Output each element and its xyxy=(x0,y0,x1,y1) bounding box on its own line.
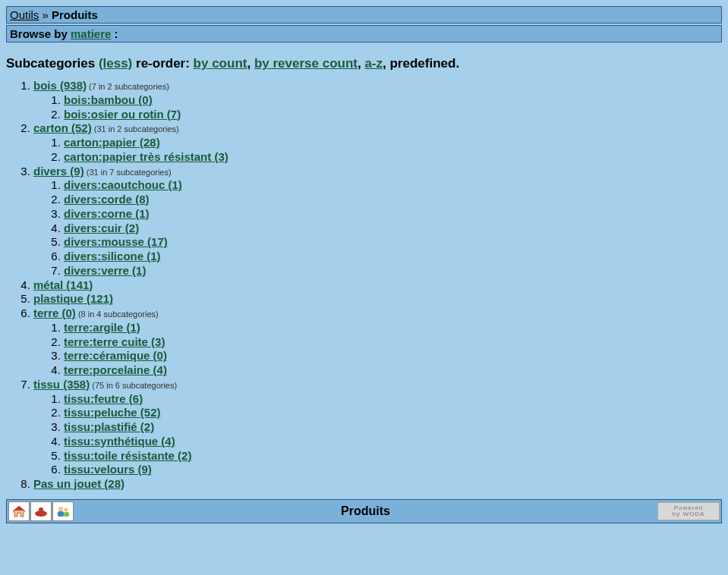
subcategory-link[interactable]: terre:céramique (0) xyxy=(64,349,167,362)
footer-title: Produits xyxy=(74,504,657,518)
subcat-label: Subcategories xyxy=(6,56,99,71)
subcategory-link[interactable]: tissu:velours (9) xyxy=(64,463,152,476)
category-link[interactable]: plastique (121) xyxy=(33,292,113,305)
reorder-by-reverse-count[interactable]: by reverse count xyxy=(254,56,358,71)
subcategory-item: bois:osier ou rotin (7) xyxy=(64,108,722,122)
powered-by-badge[interactable]: Powered by WODA xyxy=(657,502,720,520)
category-link[interactable]: divers (9) xyxy=(33,165,84,178)
category-item: carton (52) (31 in 2 subcategories)carto… xyxy=(33,121,722,164)
category-note: (31 in 7 subcategories) xyxy=(84,168,172,177)
subcategory-item: terre:argile (1) xyxy=(64,321,722,335)
categories-list: bois (938) (7 in 2 subcategories)bois:ba… xyxy=(6,79,722,492)
home-icon[interactable] xyxy=(8,501,30,521)
subcategory-link[interactable]: tissu:toile résistante (2) xyxy=(64,449,191,462)
subcategory-link[interactable]: tissu:feutre (6) xyxy=(64,392,143,405)
subcategory-link[interactable]: bois:bambou (0) xyxy=(64,93,153,106)
users-icon[interactable] xyxy=(52,501,74,521)
svg-point-4 xyxy=(58,507,63,511)
subcategory-item: tissu:velours (9) xyxy=(64,463,722,477)
browse-suffix: : xyxy=(111,27,118,40)
subcategories-list: tissu:feutre (6)tissu:peluche (52)tissu:… xyxy=(33,392,722,478)
subcategory-link[interactable]: terre:porcelaine (4) xyxy=(64,363,167,376)
category-item: terre (0) (8 in 4 subcategories)terre:ar… xyxy=(33,306,722,378)
breadcrumb-root-link[interactable]: Outils xyxy=(10,8,39,21)
svg-rect-3 xyxy=(39,507,43,512)
subcategory-link[interactable]: divers:caoutchouc (1) xyxy=(64,178,182,191)
category-note: (75 in 6 subcategories) xyxy=(90,381,177,390)
subcategory-link[interactable]: divers:corde (8) xyxy=(64,193,150,206)
subcategory-link[interactable]: tissu:plastifié (2) xyxy=(64,420,154,433)
category-item: plastique (121) xyxy=(33,292,722,306)
subcategory-item: carton:papier très résistant (3) xyxy=(64,150,722,165)
subcategory-link[interactable]: carton:papier très résistant (3) xyxy=(64,150,228,163)
subcategory-item: terre:céramique (0) xyxy=(64,349,722,363)
subcategories-list: divers:caoutchouc (1)divers:corde (8)div… xyxy=(33,178,722,278)
reorder-by-count[interactable]: by count xyxy=(194,56,247,71)
svg-point-6 xyxy=(65,507,68,511)
subcategories-list: carton:papier (28)carton:papier très rés… xyxy=(33,136,722,165)
subcategory-item: carton:papier (28) xyxy=(64,136,722,150)
category-link[interactable]: tissu (358) xyxy=(33,378,90,391)
subcategory-item: divers:verre (1) xyxy=(64,264,722,278)
subcategory-link[interactable]: divers:verre (1) xyxy=(64,264,146,277)
browse-prefix: Browse by xyxy=(10,27,71,40)
category-link[interactable]: Pas un jouet (28) xyxy=(33,477,124,490)
svg-rect-7 xyxy=(64,512,69,517)
subcategory-item: divers:cuir (2) xyxy=(64,222,722,236)
category-note: (8 in 4 subcategories) xyxy=(76,309,159,319)
reorder-az[interactable]: a-z xyxy=(364,56,383,71)
breadcrumb: Outils » Produits xyxy=(6,6,722,24)
subcategory-item: divers:silicone (1) xyxy=(64,250,722,264)
category-note: (31 in 2 subcategories) xyxy=(92,124,179,134)
subcategory-item: tissu:plastifié (2) xyxy=(64,420,722,435)
subcategory-item: divers:corde (8) xyxy=(64,193,722,207)
subcategory-item: divers:mousse (17) xyxy=(64,235,722,250)
reorder-predefined: , predefined. xyxy=(383,56,459,71)
subcategories-list: bois:bambou (0)bois:osier ou rotin (7) xyxy=(33,93,722,122)
category-item: tissu (358) (75 in 6 subcategories)tissu… xyxy=(33,378,722,477)
category-item: bois (938) (7 in 2 subcategories)bois:ba… xyxy=(33,79,722,121)
subcategory-link[interactable]: carton:papier (28) xyxy=(64,136,160,149)
category-item: Pas un jouet (28) xyxy=(33,477,722,492)
subcategory-item: bois:bambou (0) xyxy=(64,93,722,108)
subcategory-item: tissu:feutre (6) xyxy=(64,392,722,407)
admin-icon[interactable] xyxy=(30,501,52,521)
subcategory-item: tissu:synthétique (4) xyxy=(64,435,722,449)
reorder-label: re-order: xyxy=(132,56,193,71)
subcategory-item: terre:porcelaine (4) xyxy=(64,363,722,378)
subcategory-link[interactable]: terre:terre cuite (3) xyxy=(64,335,165,348)
subcategory-link[interactable]: tissu:peluche (52) xyxy=(64,406,161,419)
subcategory-link[interactable]: divers:corne (1) xyxy=(64,207,150,220)
browse-by-bar: Browse by matiere : xyxy=(6,25,722,42)
category-link[interactable]: métal (141) xyxy=(33,278,93,291)
subcategory-item: tissu:toile résistante (2) xyxy=(64,449,722,463)
subcategory-link[interactable]: divers:mousse (17) xyxy=(64,235,168,248)
subcategory-link[interactable]: bois:osier ou rotin (7) xyxy=(64,108,181,121)
subcategory-item: divers:caoutchouc (1) xyxy=(64,178,722,193)
subcategory-item: tissu:peluche (52) xyxy=(64,406,722,420)
less-link[interactable]: (less) xyxy=(99,56,132,71)
category-note: (7 in 2 subcategories) xyxy=(87,82,169,91)
subcategory-item: terre:terre cuite (3) xyxy=(64,335,722,350)
subcategory-link[interactable]: divers:cuir (2) xyxy=(64,222,139,234)
subcategory-item: divers:corne (1) xyxy=(64,207,722,222)
browse-field-link[interactable]: matiere xyxy=(71,27,111,40)
category-link[interactable]: bois (938) xyxy=(33,79,87,92)
subcategory-link[interactable]: divers:silicone (1) xyxy=(64,250,161,262)
svg-marker-1 xyxy=(14,506,24,511)
subcategories-list: terre:argile (1)terre:terre cuite (3)ter… xyxy=(33,321,722,378)
subcategory-link[interactable]: tissu:synthétique (4) xyxy=(64,435,175,448)
subcategories-header: Subcategories (less) re-order: by count,… xyxy=(6,56,722,71)
footer-bar: Produits Powered by WODA xyxy=(6,499,722,523)
category-link[interactable]: carton (52) xyxy=(33,121,92,134)
breadcrumb-separator: » xyxy=(39,8,52,21)
category-item: métal (141) xyxy=(33,278,722,293)
category-link[interactable]: terre (0) xyxy=(33,306,76,319)
svg-rect-5 xyxy=(58,511,64,517)
subcategory-link[interactable]: terre:argile (1) xyxy=(64,321,140,334)
breadcrumb-current: Produits xyxy=(52,8,98,21)
category-item: divers (9) (31 in 7 subcategories)divers… xyxy=(33,165,722,278)
